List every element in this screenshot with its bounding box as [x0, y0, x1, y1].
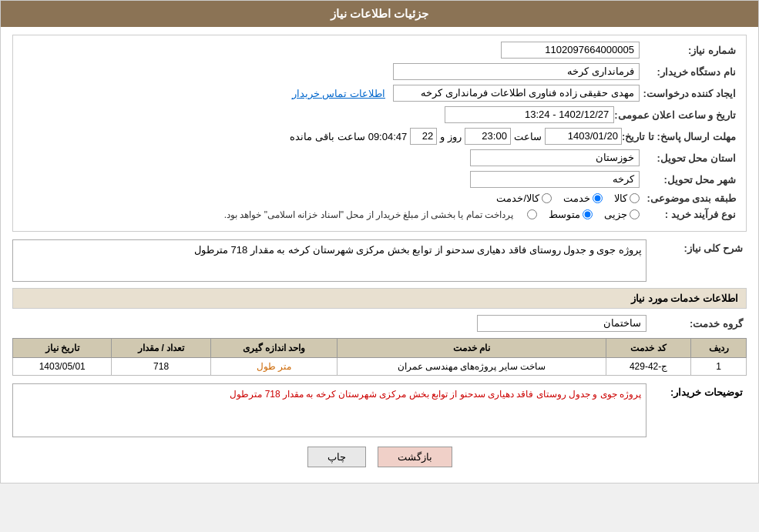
back-button[interactable]: بازگشت	[378, 447, 452, 467]
cell-code: ج-42-429	[606, 358, 691, 376]
col-header-unit: واحد اندازه گیری	[210, 339, 337, 358]
buyer-desc-section: توضیحات خریدار: پروژه جوی و جدول روستای …	[12, 383, 747, 437]
province-label: استان محل تحویل:	[640, 152, 740, 164]
category-label: طبقه بندی موضوعی:	[640, 192, 740, 204]
cell-name: ساخت سایر پروژه‌های مهندسی عمران	[338, 358, 606, 376]
page-title: جزئیات اطلاعات نیاز	[331, 7, 428, 20]
creator-label: ایجاد کننده درخواست:	[640, 88, 740, 99]
services-section-title: اطلاعات خدمات مورد نیاز	[12, 288, 747, 309]
description-value: پروژه جوی و جدول روستای فاقد دهیاری سدحن…	[12, 239, 646, 282]
deadline-label: مهلت ارسال پاسخ: تا تاریخ:	[622, 131, 740, 142]
deadline-days: 22	[410, 128, 437, 145]
service-group-row: گروه خدمت: ساختمان	[12, 315, 747, 332]
deadline-days-label: روز و	[440, 131, 462, 142]
process-options: جزیی متوسط	[525, 209, 640, 220]
col-header-date: تاریخ نیاز	[13, 339, 112, 358]
col-header-row-num: ردیف	[691, 339, 747, 358]
process-label-jozii: جزیی	[604, 209, 627, 220]
creator-contact-link[interactable]: اطلاعات تماس خریدار	[292, 88, 385, 99]
province-value: خوزستان	[470, 149, 640, 166]
service-group-value: ساختمان	[477, 315, 646, 332]
buttons-row: بازگشت چاپ	[12, 447, 747, 467]
print-button[interactable]: چاپ	[307, 447, 366, 467]
need-number-label: شماره نیاز:	[640, 45, 740, 56]
announce-date-label: تاریخ و ساعت اعلان عمومی:	[614, 109, 740, 121]
main-info-section: شماره نیاز: 1102097664000005 نام دستگاه …	[12, 35, 747, 232]
deadline-time: 23:00	[465, 128, 511, 145]
cell-row-num: 1	[691, 358, 747, 376]
province-row: استان محل تحویل: خوزستان	[19, 149, 740, 166]
category-options: کالا خدمت کالا/خدمت	[496, 192, 640, 204]
process-type-row: نوع فرآیند خرید : جزیی متوسط پرد	[19, 209, 740, 220]
col-header-name: نام خدمت	[338, 339, 606, 358]
city-value: کرخه	[470, 171, 640, 188]
deadline-time-label: ساعت	[514, 131, 542, 142]
buyer-org-row: نام دستگاه خریدار: فرمانداری کرخه	[19, 63, 740, 80]
col-header-qty: تعداد / مقدار	[112, 339, 210, 358]
process-item-motavasset: متوسط	[549, 209, 593, 220]
process-radio-jozii[interactable]	[630, 209, 640, 219]
category-label-khedmat: خدمت	[563, 192, 590, 204]
process-item-other	[525, 209, 537, 219]
cell-unit: متر طول	[210, 358, 337, 376]
category-item-khedmat: خدمت	[563, 192, 603, 204]
process-label-motavasset: متوسط	[549, 209, 580, 220]
services-table: ردیف کد خدمت نام خدمت واحد اندازه گیری ت…	[12, 338, 747, 376]
deadline-remaining: 09:04:47	[368, 131, 408, 142]
category-item-kala: کالا	[614, 192, 640, 204]
need-number-row: شماره نیاز: 1102097664000005	[19, 42, 740, 59]
creator-value: مهدی حقیقی زاده فناوری اطلاعات فرمانداری…	[393, 85, 640, 102]
deadline-date: 1403/01/20	[545, 128, 622, 145]
category-row: طبقه بندی موضوعی: کالا خدمت کالا/خدمت	[19, 192, 740, 204]
cell-date: 1403/05/01	[13, 358, 112, 376]
announce-date-value: 1402/12/27 - 13:24	[445, 106, 614, 123]
table-row: 1 ج-42-429 ساخت سایر پروژه‌های مهندسی عم…	[13, 358, 747, 376]
buyer-org-value: فرمانداری کرخه	[393, 63, 640, 80]
announce-date-row: تاریخ و ساعت اعلان عمومی: 1402/12/27 - 1…	[19, 106, 740, 123]
buyer-desc-label: توضیحات خریدار:	[646, 383, 747, 398]
deadline-row: مهلت ارسال پاسخ: تا تاریخ: 1403/01/20 سا…	[19, 128, 740, 145]
process-item-jozii: جزیی	[604, 209, 640, 220]
deadline-remaining-label: ساعت باقی مانده	[290, 131, 364, 142]
city-row: شهر محل تحویل: کرخه	[19, 171, 740, 188]
cell-qty: 718	[112, 358, 210, 376]
services-table-section: ردیف کد خدمت نام خدمت واحد اندازه گیری ت…	[12, 338, 747, 376]
buyer-desc-value: پروژه جوی و جدول روستای فاقد دهیاری سدحن…	[12, 383, 646, 437]
process-note: پرداخت تمام یا بخشی از مبلغ خریدار از مح…	[224, 209, 513, 220]
creator-row: ایجاد کننده درخواست: مهدی حقیقی زاده فنا…	[19, 85, 740, 102]
category-radio-kala[interactable]	[630, 193, 640, 203]
buyer-org-label: نام دستگاه خریدار:	[640, 66, 740, 78]
table-header-row: ردیف کد خدمت نام خدمت واحد اندازه گیری ت…	[13, 339, 747, 358]
city-label: شهر محل تحویل:	[640, 174, 740, 186]
col-header-code: کد خدمت	[606, 339, 691, 358]
process-type-label: نوع فرآیند خرید :	[640, 209, 740, 220]
category-radio-kala-khedmat[interactable]	[542, 193, 552, 203]
page-header: جزئیات اطلاعات نیاز	[1, 1, 758, 27]
description-label: شرح کلی نیاز:	[646, 239, 747, 254]
process-radio-other[interactable]	[527, 209, 537, 219]
process-radio-motavasset[interactable]	[583, 209, 593, 219]
category-label-kala-khedmat: کالا/خدمت	[496, 192, 539, 204]
category-radio-khedmat[interactable]	[593, 193, 603, 203]
need-number-value: 1102097664000005	[501, 42, 640, 59]
description-section: شرح کلی نیاز: پروژه جوی و جدول روستای فا…	[12, 239, 747, 282]
service-group-label: گروه خدمت:	[646, 318, 747, 330]
category-item-kala-khedmat: کالا/خدمت	[496, 192, 552, 204]
category-label-kala: کالا	[614, 192, 627, 204]
